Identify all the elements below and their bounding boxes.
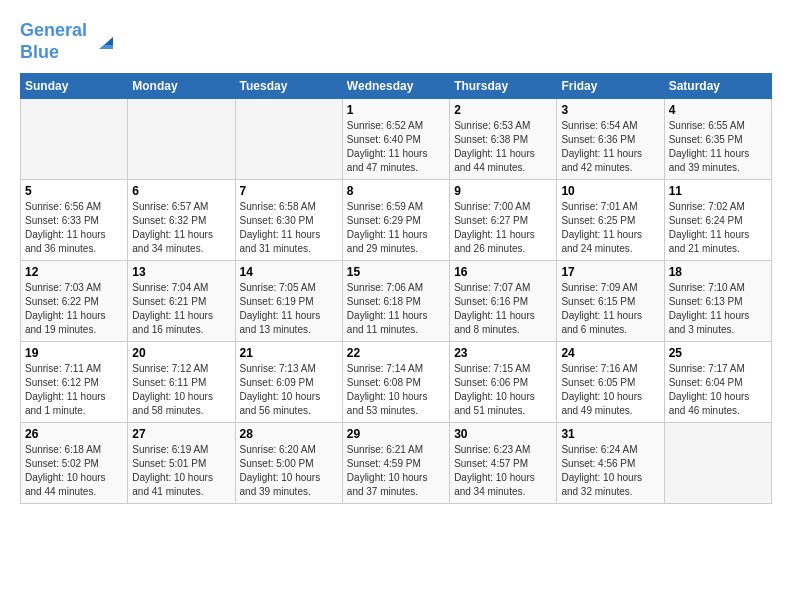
calendar-cell: 12Sunrise: 7:03 AM Sunset: 6:22 PM Dayli… <box>21 261 128 342</box>
day-header-monday: Monday <box>128 74 235 99</box>
calendar-cell: 5Sunrise: 6:56 AM Sunset: 6:33 PM Daylig… <box>21 180 128 261</box>
day-info: Sunrise: 6:59 AM Sunset: 6:29 PM Dayligh… <box>347 200 445 256</box>
day-info: Sunrise: 6:57 AM Sunset: 6:32 PM Dayligh… <box>132 200 230 256</box>
day-header-thursday: Thursday <box>450 74 557 99</box>
day-info: Sunrise: 6:56 AM Sunset: 6:33 PM Dayligh… <box>25 200 123 256</box>
day-number: 12 <box>25 265 123 279</box>
day-info: Sunrise: 6:53 AM Sunset: 6:38 PM Dayligh… <box>454 119 552 175</box>
day-info: Sunrise: 7:17 AM Sunset: 6:04 PM Dayligh… <box>669 362 767 418</box>
day-number: 24 <box>561 346 659 360</box>
day-number: 29 <box>347 427 445 441</box>
day-number: 28 <box>240 427 338 441</box>
calendar-cell <box>235 99 342 180</box>
calendar-week-row: 5Sunrise: 6:56 AM Sunset: 6:33 PM Daylig… <box>21 180 772 261</box>
day-info: Sunrise: 6:20 AM Sunset: 5:00 PM Dayligh… <box>240 443 338 499</box>
day-number: 17 <box>561 265 659 279</box>
day-number: 25 <box>669 346 767 360</box>
calendar-week-row: 26Sunrise: 6:18 AM Sunset: 5:02 PM Dayli… <box>21 423 772 504</box>
day-header-friday: Friday <box>557 74 664 99</box>
day-number: 7 <box>240 184 338 198</box>
calendar-week-row: 12Sunrise: 7:03 AM Sunset: 6:22 PM Dayli… <box>21 261 772 342</box>
day-info: Sunrise: 7:13 AM Sunset: 6:09 PM Dayligh… <box>240 362 338 418</box>
day-number: 23 <box>454 346 552 360</box>
calendar-cell: 16Sunrise: 7:07 AM Sunset: 6:16 PM Dayli… <box>450 261 557 342</box>
logo-icon <box>91 27 121 57</box>
day-number: 14 <box>240 265 338 279</box>
day-info: Sunrise: 7:09 AM Sunset: 6:15 PM Dayligh… <box>561 281 659 337</box>
day-info: Sunrise: 7:12 AM Sunset: 6:11 PM Dayligh… <box>132 362 230 418</box>
calendar-cell: 23Sunrise: 7:15 AM Sunset: 6:06 PM Dayli… <box>450 342 557 423</box>
day-info: Sunrise: 7:02 AM Sunset: 6:24 PM Dayligh… <box>669 200 767 256</box>
day-info: Sunrise: 6:24 AM Sunset: 4:56 PM Dayligh… <box>561 443 659 499</box>
day-number: 20 <box>132 346 230 360</box>
calendar-cell: 28Sunrise: 6:20 AM Sunset: 5:00 PM Dayli… <box>235 423 342 504</box>
logo-text: General Blue <box>20 20 87 63</box>
calendar-cell: 22Sunrise: 7:14 AM Sunset: 6:08 PM Dayli… <box>342 342 449 423</box>
page-header: General Blue <box>20 20 772 63</box>
day-number: 5 <box>25 184 123 198</box>
day-header-sunday: Sunday <box>21 74 128 99</box>
day-info: Sunrise: 6:18 AM Sunset: 5:02 PM Dayligh… <box>25 443 123 499</box>
calendar-cell: 10Sunrise: 7:01 AM Sunset: 6:25 PM Dayli… <box>557 180 664 261</box>
day-info: Sunrise: 7:04 AM Sunset: 6:21 PM Dayligh… <box>132 281 230 337</box>
calendar-cell: 7Sunrise: 6:58 AM Sunset: 6:30 PM Daylig… <box>235 180 342 261</box>
day-number: 8 <box>347 184 445 198</box>
day-number: 26 <box>25 427 123 441</box>
day-info: Sunrise: 7:11 AM Sunset: 6:12 PM Dayligh… <box>25 362 123 418</box>
day-number: 22 <box>347 346 445 360</box>
day-info: Sunrise: 7:05 AM Sunset: 6:19 PM Dayligh… <box>240 281 338 337</box>
day-number: 13 <box>132 265 230 279</box>
day-info: Sunrise: 6:19 AM Sunset: 5:01 PM Dayligh… <box>132 443 230 499</box>
day-info: Sunrise: 7:00 AM Sunset: 6:27 PM Dayligh… <box>454 200 552 256</box>
day-number: 9 <box>454 184 552 198</box>
day-info: Sunrise: 6:58 AM Sunset: 6:30 PM Dayligh… <box>240 200 338 256</box>
calendar-cell: 17Sunrise: 7:09 AM Sunset: 6:15 PM Dayli… <box>557 261 664 342</box>
calendar-cell: 2Sunrise: 6:53 AM Sunset: 6:38 PM Daylig… <box>450 99 557 180</box>
calendar-cell: 11Sunrise: 7:02 AM Sunset: 6:24 PM Dayli… <box>664 180 771 261</box>
day-info: Sunrise: 7:06 AM Sunset: 6:18 PM Dayligh… <box>347 281 445 337</box>
logo: General Blue <box>20 20 121 63</box>
day-number: 1 <box>347 103 445 117</box>
calendar-cell: 31Sunrise: 6:24 AM Sunset: 4:56 PM Dayli… <box>557 423 664 504</box>
day-number: 4 <box>669 103 767 117</box>
calendar-cell: 6Sunrise: 6:57 AM Sunset: 6:32 PM Daylig… <box>128 180 235 261</box>
calendar-cell: 1Sunrise: 6:52 AM Sunset: 6:40 PM Daylig… <box>342 99 449 180</box>
calendar-cell: 30Sunrise: 6:23 AM Sunset: 4:57 PM Dayli… <box>450 423 557 504</box>
calendar-cell: 21Sunrise: 7:13 AM Sunset: 6:09 PM Dayli… <box>235 342 342 423</box>
day-number: 27 <box>132 427 230 441</box>
calendar-cell: 4Sunrise: 6:55 AM Sunset: 6:35 PM Daylig… <box>664 99 771 180</box>
calendar-cell: 9Sunrise: 7:00 AM Sunset: 6:27 PM Daylig… <box>450 180 557 261</box>
calendar-table: SundayMondayTuesdayWednesdayThursdayFrid… <box>20 73 772 504</box>
calendar-cell: 15Sunrise: 7:06 AM Sunset: 6:18 PM Dayli… <box>342 261 449 342</box>
day-number: 2 <box>454 103 552 117</box>
day-number: 21 <box>240 346 338 360</box>
day-info: Sunrise: 6:52 AM Sunset: 6:40 PM Dayligh… <box>347 119 445 175</box>
day-info: Sunrise: 7:10 AM Sunset: 6:13 PM Dayligh… <box>669 281 767 337</box>
day-number: 16 <box>454 265 552 279</box>
calendar-week-row: 1Sunrise: 6:52 AM Sunset: 6:40 PM Daylig… <box>21 99 772 180</box>
day-number: 10 <box>561 184 659 198</box>
day-info: Sunrise: 7:15 AM Sunset: 6:06 PM Dayligh… <box>454 362 552 418</box>
calendar-cell: 20Sunrise: 7:12 AM Sunset: 6:11 PM Dayli… <box>128 342 235 423</box>
day-number: 30 <box>454 427 552 441</box>
calendar-cell: 8Sunrise: 6:59 AM Sunset: 6:29 PM Daylig… <box>342 180 449 261</box>
day-number: 18 <box>669 265 767 279</box>
day-info: Sunrise: 6:21 AM Sunset: 4:59 PM Dayligh… <box>347 443 445 499</box>
calendar-cell: 25Sunrise: 7:17 AM Sunset: 6:04 PM Dayli… <box>664 342 771 423</box>
calendar-cell <box>128 99 235 180</box>
calendar-cell: 26Sunrise: 6:18 AM Sunset: 5:02 PM Dayli… <box>21 423 128 504</box>
day-info: Sunrise: 7:16 AM Sunset: 6:05 PM Dayligh… <box>561 362 659 418</box>
calendar-cell: 24Sunrise: 7:16 AM Sunset: 6:05 PM Dayli… <box>557 342 664 423</box>
day-number: 6 <box>132 184 230 198</box>
calendar-cell <box>21 99 128 180</box>
day-number: 3 <box>561 103 659 117</box>
day-header-tuesday: Tuesday <box>235 74 342 99</box>
calendar-cell: 14Sunrise: 7:05 AM Sunset: 6:19 PM Dayli… <box>235 261 342 342</box>
day-info: Sunrise: 7:14 AM Sunset: 6:08 PM Dayligh… <box>347 362 445 418</box>
calendar-cell: 18Sunrise: 7:10 AM Sunset: 6:13 PM Dayli… <box>664 261 771 342</box>
day-info: Sunrise: 7:03 AM Sunset: 6:22 PM Dayligh… <box>25 281 123 337</box>
day-header-wednesday: Wednesday <box>342 74 449 99</box>
calendar-cell: 3Sunrise: 6:54 AM Sunset: 6:36 PM Daylig… <box>557 99 664 180</box>
day-info: Sunrise: 7:01 AM Sunset: 6:25 PM Dayligh… <box>561 200 659 256</box>
calendar-cell: 19Sunrise: 7:11 AM Sunset: 6:12 PM Dayli… <box>21 342 128 423</box>
